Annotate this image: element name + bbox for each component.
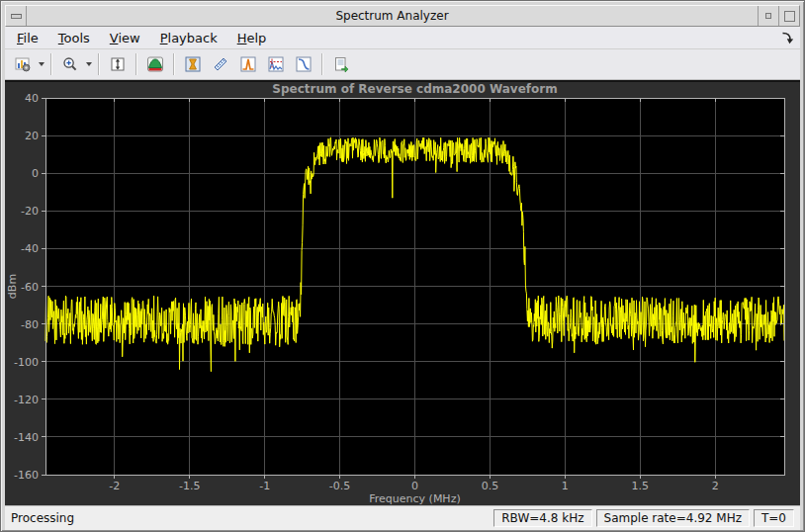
- x-tick-label: 1: [562, 480, 569, 492]
- window-menu-icon: [11, 14, 22, 19]
- y-tick-label: -60: [21, 281, 39, 294]
- y-tick-label: 20: [25, 130, 39, 142]
- status-text: Processing: [11, 511, 490, 525]
- figure-area: -2-1.5-1-0.500.511.5240200-20-40-60-80-1…: [5, 80, 800, 505]
- distortion-measurements-button[interactable]: [262, 51, 290, 77]
- maximize-button[interactable]: [778, 6, 799, 26]
- ccdf-measurements-button[interactable]: [290, 51, 317, 77]
- plot-title: Spectrum of Reverse cdma2000 Waveform: [272, 82, 557, 96]
- y-tick-label: -40: [21, 242, 39, 255]
- configuration-properties-dropdown[interactable]: [37, 52, 46, 76]
- spectrum-settings-icon: [147, 56, 163, 72]
- y-tick-label: -100: [14, 356, 39, 369]
- spectrum-plot: -2-1.5-1-0.500.511.5240200-20-40-60-80-1…: [5, 82, 800, 505]
- x-tick-label: 2: [712, 480, 719, 492]
- menu-help[interactable]: Help: [229, 29, 275, 47]
- minimize-button[interactable]: [758, 6, 778, 26]
- y-tick-label: -160: [14, 469, 39, 482]
- x-tick-label: -2: [109, 480, 120, 492]
- configuration-properties-icon: [15, 56, 31, 72]
- x-tick-label: 0.5: [482, 480, 499, 492]
- chevron-down-icon: [39, 62, 45, 66]
- scale-y-axis-icon: [110, 56, 126, 72]
- y-tick-label: -80: [21, 318, 39, 331]
- x-tick-label: -1: [259, 480, 270, 492]
- rbw-panel: RBW=4.8 kHz: [493, 509, 591, 527]
- statusbar: Processing RBW=4.8 kHzSample rate=4.92 M…: [5, 505, 800, 530]
- spectrum-analyzer-window: Spectrum Analyzer FileToolsViewPlaybackH…: [0, 0, 805, 532]
- titlebar[interactable]: Spectrum Analyzer: [5, 5, 800, 27]
- time-panel: T=0: [754, 509, 794, 527]
- y-tick-label: -140: [14, 431, 39, 444]
- maximize-icon: [784, 11, 795, 22]
- chevron-down-icon: [86, 62, 92, 66]
- zoom-in-icon: [62, 56, 78, 72]
- cursor-measurements-icon: [213, 56, 228, 72]
- y-axis-label: dBm: [6, 274, 19, 299]
- configuration-properties-button[interactable]: [9, 51, 37, 77]
- playback-snapshot-button[interactable]: [327, 51, 355, 77]
- menu-view[interactable]: View: [102, 29, 148, 47]
- minimize-icon: [765, 13, 771, 19]
- dock-arrow-icon[interactable]: [778, 29, 796, 46]
- x-tick-label: -1.5: [179, 480, 200, 492]
- y-tick-label: 0: [32, 167, 39, 180]
- y-tick-label: -20: [21, 205, 39, 218]
- toolbar-separator: [98, 53, 100, 75]
- toolbar-separator: [135, 53, 137, 75]
- spectrum-settings-button[interactable]: [141, 51, 169, 77]
- toolbar-separator: [173, 53, 175, 75]
- toolbar-separator: [50, 53, 52, 75]
- menu-file[interactable]: File: [9, 29, 46, 47]
- window-title: Spectrum Analyzer: [27, 9, 758, 23]
- window-menu-button[interactable]: [6, 6, 27, 26]
- sample-rate-panel: Sample rate=4.92 MHz: [596, 509, 750, 527]
- scale-y-axis-button[interactable]: [104, 51, 132, 77]
- playback-snapshot-icon: [333, 56, 349, 72]
- spectral-mask-button[interactable]: [179, 51, 207, 77]
- menu-tools[interactable]: Tools: [50, 29, 98, 47]
- y-tick-label: -120: [14, 394, 39, 406]
- x-axis-label: Frequency (MHz): [369, 492, 460, 505]
- y-tick-label: 40: [25, 92, 39, 105]
- x-tick-label: 1.5: [631, 480, 649, 492]
- peak-finder-button[interactable]: [234, 51, 262, 77]
- peak-finder-icon: [240, 56, 256, 72]
- cursor-measurements-button[interactable]: [207, 51, 234, 77]
- distortion-measurements-icon: [268, 56, 284, 72]
- x-tick-label: 0: [411, 480, 418, 492]
- menubar: FileToolsViewPlaybackHelp: [5, 27, 800, 49]
- zoom-in-button[interactable]: [56, 51, 84, 77]
- x-tick-label: -0.5: [329, 480, 350, 492]
- ccdf-measurements-icon: [296, 56, 312, 72]
- toolbar: [5, 49, 800, 80]
- menu-playback[interactable]: Playback: [152, 29, 225, 47]
- spectral-mask-icon: [185, 56, 201, 72]
- zoom-in-dropdown[interactable]: [84, 52, 94, 76]
- toolbar-separator: [321, 53, 323, 75]
